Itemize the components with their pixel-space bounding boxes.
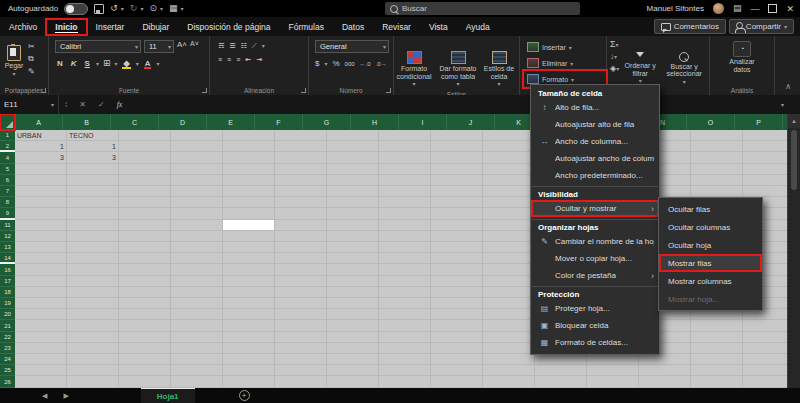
cell-e22[interactable] <box>223 332 275 343</box>
column-header-p[interactable]: P <box>735 114 783 130</box>
customize-toolbar-icon[interactable]: ▦ <box>169 4 178 13</box>
cell-a11[interactable] <box>15 220 67 231</box>
save-icon[interactable] <box>94 4 104 14</box>
cell-j6[interactable] <box>483 175 535 186</box>
bold-button[interactable]: N <box>55 59 65 68</box>
menu-item-color-de-pestana[interactable]: Color de pestaña› <box>531 267 659 284</box>
cut-icon[interactable]: ✂ <box>28 42 35 51</box>
cell-n6[interactable] <box>691 175 743 186</box>
cell-f16[interactable] <box>275 264 327 275</box>
cell-g22[interactable] <box>327 332 379 343</box>
cell-j1[interactable] <box>483 130 535 141</box>
cell-g13[interactable] <box>327 242 379 253</box>
cell-h19[interactable] <box>379 298 431 309</box>
cell-g2[interactable] <box>327 141 379 152</box>
tab-vista[interactable]: Vista <box>420 19 457 35</box>
cell-h22[interactable] <box>379 332 431 343</box>
cell-b17[interactable] <box>67 276 119 287</box>
column-header-b[interactable]: B <box>63 114 111 130</box>
underline-chevron-icon[interactable]: ▾ <box>96 60 99 67</box>
submenu-item-ocultar-filas[interactable]: Ocultar filas <box>659 200 762 218</box>
cell-d22[interactable] <box>171 332 223 343</box>
fill-color-chevron-icon[interactable]: ▾ <box>136 60 139 67</box>
cell-o26[interactable] <box>743 376 788 387</box>
column-header-c[interactable]: C <box>111 114 159 130</box>
cell-c4[interactable] <box>119 152 171 163</box>
cell-n21[interactable] <box>691 320 743 331</box>
cell-h5[interactable] <box>379 164 431 175</box>
cell-b12[interactable] <box>67 231 119 242</box>
cell-e9[interactable] <box>223 208 275 219</box>
fill-icon[interactable]: ↓▾ <box>610 52 619 61</box>
cell-d21[interactable] <box>171 320 223 331</box>
column-header-e[interactable]: E <box>207 114 255 130</box>
cell-i24[interactable] <box>431 354 483 365</box>
cell-i2[interactable] <box>431 141 483 152</box>
cell-c23[interactable] <box>119 343 171 354</box>
cell-e18[interactable] <box>223 287 275 298</box>
user-name[interactable]: Manuel Sifontes <box>647 4 704 13</box>
cell-a18[interactable] <box>15 287 67 298</box>
borders-icon[interactable]: ⊞ <box>103 58 111 68</box>
cell-c5[interactable] <box>119 164 171 175</box>
cell-o5[interactable] <box>743 164 788 175</box>
cell-f7[interactable] <box>275 186 327 197</box>
cell-f6[interactable] <box>275 175 327 186</box>
cell-j14[interactable] <box>483 253 535 264</box>
column-header-g[interactable]: G <box>303 114 351 130</box>
submenu-item-ocultar-columnas[interactable]: Ocultar columnas <box>659 218 762 236</box>
row-header-13[interactable]: 13 <box>0 242 15 253</box>
cell-i6[interactable] <box>431 175 483 186</box>
cell-i12[interactable] <box>431 231 483 242</box>
cell-g24[interactable] <box>327 354 379 365</box>
cell-g4[interactable] <box>327 152 379 163</box>
cell-j24[interactable] <box>483 354 535 365</box>
cell-a7[interactable] <box>15 186 67 197</box>
cell-a20[interactable] <box>15 309 67 320</box>
cell-b23[interactable] <box>67 343 119 354</box>
undo-icon[interactable]: ↺ <box>110 4 118 13</box>
menu-item-bloquear-celda[interactable]: ▣Bloquear celda <box>531 317 659 334</box>
increase-indent-icon[interactable]: ⇥ <box>256 56 261 64</box>
formula-input[interactable] <box>128 95 781 114</box>
column-header-h[interactable]: H <box>351 114 399 130</box>
row-header-8[interactable]: 8 <box>0 197 15 208</box>
cell-n7[interactable] <box>691 186 743 197</box>
scroll-up-icon[interactable]: ▲ <box>788 114 800 128</box>
row-header-2[interactable]: 2 <box>0 141 15 152</box>
row-header-14[interactable]: 14 <box>0 253 15 264</box>
row-header-4[interactable]: 4 <box>0 152 15 163</box>
clipboard-dialog-launcher-icon[interactable] <box>41 88 46 93</box>
avatar[interactable] <box>713 3 724 14</box>
row-header-9[interactable]: 9 <box>0 208 15 219</box>
collapse-ribbon-icon[interactable]: ∧ <box>785 82 791 91</box>
font-color-button[interactable]: A <box>143 59 153 68</box>
cell-c24[interactable] <box>119 354 171 365</box>
cell-e16[interactable] <box>223 264 275 275</box>
borders-chevron-icon[interactable]: ▾ <box>114 60 117 67</box>
cell-i21[interactable] <box>431 320 483 331</box>
row-header-26[interactable]: 26 <box>0 376 15 387</box>
sheet-tab-hoja1[interactable]: Hoja1 <box>141 388 195 403</box>
cell-c26[interactable] <box>119 376 171 387</box>
cell-c17[interactable] <box>119 276 171 287</box>
cell-c2[interactable] <box>119 141 171 152</box>
ribbon-display-options-icon[interactable]: ▤ <box>733 4 742 13</box>
align-middle-icon[interactable]: ☰ <box>229 42 234 50</box>
cell-d24[interactable] <box>171 354 223 365</box>
cell-h1[interactable] <box>379 130 431 141</box>
cell-b2[interactable]: 1 <box>67 141 119 152</box>
cell-o1[interactable] <box>743 130 788 141</box>
cell-a9[interactable] <box>15 208 67 219</box>
alignment-dialog-launcher-icon[interactable] <box>301 88 306 93</box>
cell-g5[interactable] <box>327 164 379 175</box>
cell-i8[interactable] <box>431 197 483 208</box>
tab-disposicion-de-pagina[interactable]: Disposición de página <box>178 19 279 35</box>
align-left-icon[interactable]: ≡ <box>218 56 221 64</box>
format-painter-icon[interactable]: ✎ <box>28 67 35 76</box>
copy-icon[interactable]: ⧉ <box>28 54 35 64</box>
tab-datos[interactable]: Datos <box>333 19 373 35</box>
row-header-5[interactable]: 5 <box>0 164 15 175</box>
cell-n1[interactable] <box>691 130 743 141</box>
cell-o22[interactable] <box>743 332 788 343</box>
